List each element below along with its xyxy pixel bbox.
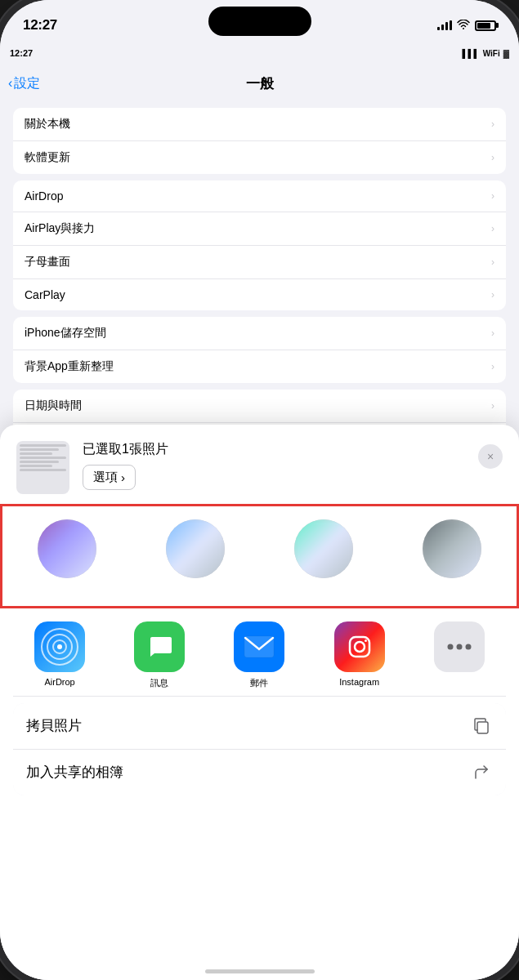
back-label: 設定 [14, 75, 40, 92]
chevron-icon: › [491, 327, 494, 339]
settings-back-button[interactable]: ‹ 設定 [8, 75, 40, 92]
app-label-instagram: Instagram [339, 677, 379, 687]
contact-avatar-1 [38, 519, 96, 578]
dynamic-island [208, 7, 311, 36]
divider [13, 696, 506, 697]
svg-rect-9 [477, 722, 488, 733]
contact-name-3 [323, 583, 325, 593]
chevron-icon: › [491, 190, 494, 202]
share-title-area: 已選取1張照片 選項 › [69, 441, 478, 490]
contact-item-2[interactable] [131, 513, 259, 599]
more-icon [434, 621, 485, 672]
phone-frame: 12:27 ▌▌▌ WiFi ▓ ‹ 設定 一般 關於本機 [0, 0, 519, 980]
settings-row-carplay[interactable]: CarPlay › [13, 279, 506, 310]
mail-icon [234, 621, 284, 672]
action-label: 拷貝照片 [26, 716, 82, 735]
apps-row: AirDrop 訊息 [0, 608, 519, 696]
svg-rect-1 [244, 636, 274, 657]
instagram-icon [334, 621, 385, 672]
settings-row-label: 關於本機 [25, 117, 70, 131]
signal-bars [437, 20, 452, 30]
app-item-messages[interactable]: 訊息 [110, 621, 209, 689]
settings-row-refresh[interactable]: 背景App重新整理 › [13, 350, 506, 383]
thumb-line [20, 444, 66, 447]
settings-row-label: CarPlay [25, 288, 65, 301]
settings-row-pip[interactable]: 子母畫面 › [13, 246, 506, 279]
settings-row-label: 子母畫面 [25, 255, 70, 270]
phone-screen: 12:27 ▌▌▌ WiFi ▓ ‹ 設定 一般 關於本機 [0, 0, 519, 980]
avatar-blur [423, 519, 481, 578]
thumb-line [20, 469, 66, 471]
app-item-mail[interactable]: 郵件 [209, 621, 309, 689]
mini-status-icons: ▌▌▌ WiFi ▓ [462, 49, 509, 58]
action-add-shared-album[interactable]: 加入共享的相簿 [13, 750, 506, 795]
thumb-line [20, 465, 52, 467]
options-button[interactable]: 選項 › [83, 465, 136, 490]
app-item-more[interactable] [409, 621, 509, 689]
close-button[interactable]: × [478, 444, 503, 469]
app-label-messages: 訊息 [150, 677, 168, 689]
chevron-icon: › [491, 361, 494, 372]
chevron-icon: › [491, 256, 494, 268]
thumb-line [20, 461, 59, 463]
svg-point-4 [355, 642, 365, 652]
action-copy-photos[interactable]: 拷貝照片 [13, 703, 506, 750]
settings-nav: ‹ 設定 一般 [0, 65, 519, 101]
signal-bar-1 [437, 27, 440, 30]
thumb-line [20, 452, 52, 455]
contact-avatar-3 [294, 519, 353, 578]
settings-row-about[interactable]: 關於本機 › [13, 108, 506, 141]
chevron-icon: › [491, 400, 494, 412]
signal-bar-2 [441, 24, 444, 30]
signal-bar-4 [450, 20, 452, 30]
app-label-mail: 郵件 [250, 677, 268, 689]
action-label: 加入共享的相簿 [26, 763, 123, 782]
settings-row-airplay[interactable]: AirPlay與接力 › [13, 212, 506, 246]
contact-item-3[interactable] [260, 513, 388, 599]
home-indicator [205, 969, 315, 973]
action-section: 拷貝照片 加入共享的相簿 [13, 703, 506, 795]
settings-row-label: 背景App重新整理 [25, 359, 114, 374]
settings-row-datetime[interactable]: 日期與時間 › [13, 390, 506, 423]
avatar-blur [38, 519, 96, 578]
contact-name-1 [65, 583, 68, 593]
contact-item-4[interactable] [388, 513, 517, 599]
chevron-icon: › [491, 118, 494, 130]
avatar-blur [294, 519, 353, 578]
mini-status-bar: 12:27 ▌▌▌ WiFi ▓ [0, 41, 519, 65]
messages-icon [134, 621, 185, 672]
airdrop-rings [34, 621, 85, 672]
settings-row-storage[interactable]: iPhone儲存空間 › [13, 317, 506, 350]
mini-wifi: WiFi [483, 49, 500, 58]
options-label: 選項 [93, 470, 118, 485]
contact-name-4 [451, 583, 454, 593]
contacts-row [0, 504, 519, 608]
options-chevron-icon: › [121, 470, 125, 484]
settings-row-label: AirDrop [25, 189, 63, 203]
status-icons [437, 20, 496, 32]
app-item-instagram[interactable]: Instagram [310, 621, 409, 689]
mini-battery: ▓ [503, 49, 509, 58]
thumb-line [20, 448, 59, 451]
settings-group-1: 關於本機 › 軟體更新 › [13, 108, 506, 174]
contact-avatar-4 [423, 519, 481, 578]
settings-title: 一般 [246, 74, 274, 93]
share-title: 已選取1張照片 [83, 441, 465, 458]
settings-group-2: AirDrop › AirPlay與接力 › 子母畫面 › CarPlay › [13, 180, 506, 310]
contact-avatar-2 [166, 519, 225, 578]
settings-row-label: 日期與時間 [25, 399, 82, 413]
signal-bar-3 [445, 22, 448, 30]
svg-point-8 [465, 644, 471, 650]
contact-name-2 [194, 583, 196, 593]
settings-row-airdrop[interactable]: AirDrop › [13, 180, 506, 212]
svg-point-7 [456, 644, 462, 650]
app-item-airdrop[interactable]: AirDrop [10, 621, 110, 689]
share-header: 已選取1張照片 選項 › × [0, 425, 519, 504]
settings-row-software[interactable]: 軟體更新 › [13, 141, 506, 174]
share-thumbnail [16, 441, 69, 494]
battery-icon [475, 20, 496, 31]
app-label-airdrop: AirDrop [44, 677, 74, 687]
contact-item-1[interactable] [2, 513, 131, 599]
settings-row-label: 軟體更新 [25, 150, 70, 165]
svg-point-6 [447, 644, 453, 650]
